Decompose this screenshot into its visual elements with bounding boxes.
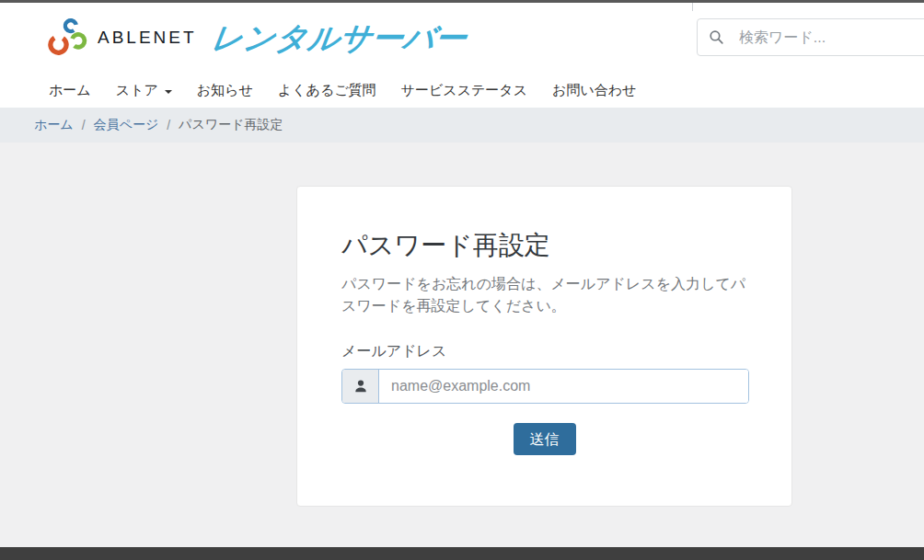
nav-item-news[interactable]: お知らせ — [197, 82, 253, 99]
breadcrumb-link-member-page[interactable]: 会員ページ — [94, 117, 159, 133]
nav-item-service-status[interactable]: サービスステータス — [401, 82, 527, 99]
page-title: パスワード再設定 — [341, 230, 747, 261]
search-box[interactable] — [697, 18, 924, 56]
search-icon — [709, 29, 724, 45]
email-field[interactable] — [379, 370, 748, 403]
chevron-down-icon — [165, 90, 172, 94]
main-content: パスワード再設定 パスワードをお忘れの場合は、メールアドレスを入力してパスワード… — [0, 143, 924, 547]
nav-item-home[interactable]: ホーム — [49, 82, 91, 99]
search-input[interactable] — [737, 29, 924, 47]
person-icon — [353, 379, 368, 394]
header-divider — [692, 3, 693, 11]
submit-row: 送信 — [341, 423, 747, 455]
nav-item-store-label: ストア — [116, 82, 158, 99]
nav-item-faq[interactable]: よくあるご質問 — [278, 82, 376, 99]
breadcrumb-separator: / — [167, 118, 170, 132]
breadcrumb-link-home[interactable]: ホーム — [34, 117, 74, 133]
breadcrumb-separator: / — [82, 118, 86, 132]
main-nav: ホーム ストア お知らせ よくあるご質問 サービスステータス お問い合わせ — [0, 74, 924, 108]
footer-bar — [0, 547, 924, 560]
email-input-addon — [342, 370, 379, 403]
email-input-group — [341, 369, 749, 404]
nav-item-contact[interactable]: お問い合わせ — [552, 82, 636, 99]
nav-item-store[interactable]: ストア — [116, 82, 172, 99]
brand-logotype: レンタルサーバー — [209, 22, 468, 53]
ablenet-rings-icon — [48, 17, 88, 58]
breadcrumb: ホーム / 会員ページ / パスワード再設定 — [0, 108, 924, 143]
header: ABLENET レンタルサーバー — [0, 3, 924, 74]
brand-name: ABLENET — [98, 28, 197, 48]
brand-logo[interactable]: ABLENET レンタルサーバー — [48, 17, 466, 58]
submit-button[interactable]: 送信 — [514, 423, 576, 455]
page-description: パスワードをお忘れの場合は、メールアドレスを入力してパスワードを再設定してくださ… — [341, 273, 747, 317]
password-reset-card: パスワード再設定 パスワードをお忘れの場合は、メールアドレスを入力してパスワード… — [296, 186, 792, 507]
breadcrumb-current: パスワード再設定 — [179, 117, 283, 133]
email-label: メールアドレス — [341, 342, 747, 361]
